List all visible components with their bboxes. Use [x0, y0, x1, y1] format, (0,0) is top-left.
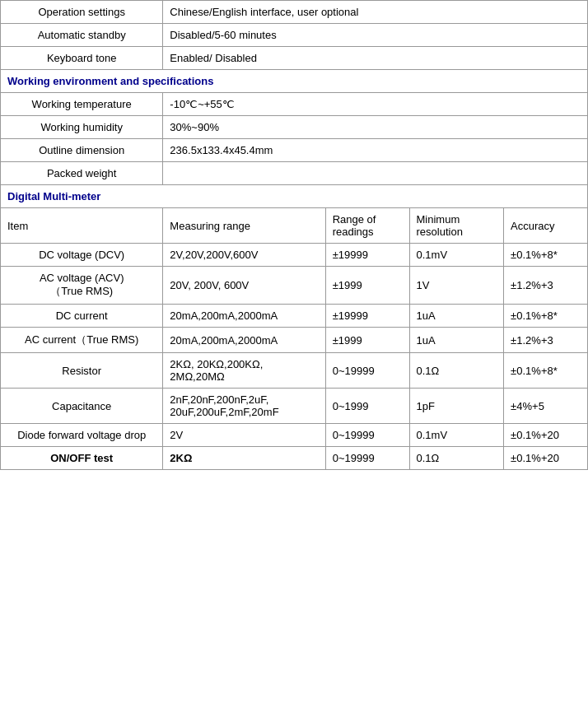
operation-settings-row: Operation settings Chinese/English inter…	[1, 1, 588, 24]
operation-settings-value: Chinese/English interface, user optional	[163, 1, 588, 24]
meter-resolution: 0.1mV	[409, 424, 504, 447]
meter-resolution: 0.1mV	[409, 244, 504, 267]
digital-multimeter-header-row: Digital Multi-meter	[1, 185, 588, 208]
meter-range: 20mA,200mA,2000mA	[163, 305, 325, 328]
meter-item: DC voltage (DCV)	[1, 244, 163, 267]
col-accuracy-header: Accuracy	[504, 208, 588, 244]
keyboard-tone-value: Enabled/ Disabled	[163, 47, 588, 70]
meter-resolution: 1uA	[409, 328, 504, 353]
working-temp-label: Working temperature	[1, 93, 163, 116]
working-env-header-row: Working environment and specifications	[1, 70, 588, 93]
meter-readings: 0~19999	[325, 353, 409, 389]
meter-item: Resistor	[1, 353, 163, 389]
col-readings-header: Range of readings	[325, 208, 409, 244]
col-resolution-header: Minimum resolution	[409, 208, 504, 244]
packed-weight-row: Packed weight	[1, 162, 588, 185]
meter-item: AC current（True RMS)	[1, 328, 163, 353]
meter-item: AC voltage (ACV) （True RMS)	[1, 267, 163, 305]
col-item-header: Item	[1, 208, 163, 244]
meter-item: Diode forward voltage drop	[1, 424, 163, 447]
meter-accuracy: ±0.1%+8*	[504, 353, 588, 389]
meter-readings: ±1999	[325, 328, 409, 353]
meter-accuracy: ±1.2%+3	[504, 267, 588, 305]
meter-readings: 0~19999	[325, 447, 409, 470]
operation-settings-label: Operation settings	[1, 1, 163, 24]
packed-weight-value	[163, 162, 588, 185]
meter-accuracy: ±1.2%+3	[504, 328, 588, 353]
meter-range: 2KΩ	[163, 447, 325, 470]
meter-accuracy: ±4%+5	[504, 389, 588, 424]
meter-row: Diode forward voltage drop2V0~199990.1mV…	[1, 424, 588, 447]
keyboard-tone-row: Keyboard tone Enabled/ Disabled	[1, 47, 588, 70]
meter-row: Capacitance2nF,20nF,200nF,2uF, 20uF,200u…	[1, 389, 588, 424]
outline-dim-value: 236.5x133.4x45.4mm	[163, 139, 588, 162]
working-humidity-value: 30%~90%	[163, 116, 588, 139]
working-humidity-label: Working humidity	[1, 116, 163, 139]
meter-range: 2V	[163, 424, 325, 447]
auto-standby-value: Disabled/5-60 minutes	[163, 24, 588, 47]
meter-resolution: 1uA	[409, 305, 504, 328]
meter-accuracy: ±0.1%+20	[504, 424, 588, 447]
meter-item: Capacitance	[1, 389, 163, 424]
meter-range: 20V, 200V, 600V	[163, 267, 325, 305]
working-env-header: Working environment and specifications	[1, 70, 588, 93]
specs-table: Operation settings Chinese/English inter…	[0, 0, 588, 470]
meter-range: 2nF,20nF,200nF,2uF, 20uF,200uF,2mF,20mF	[163, 389, 325, 424]
working-temp-value: -10℃~+55℃	[163, 93, 588, 116]
meter-readings: ±19999	[325, 305, 409, 328]
outline-dim-label: Outline dimension	[1, 139, 163, 162]
meter-accuracy: ±0.1%+20	[504, 447, 588, 470]
outline-dim-row: Outline dimension 236.5x133.4x45.4mm	[1, 139, 588, 162]
auto-standby-label: Automatic standby	[1, 24, 163, 47]
working-temp-row: Working temperature -10℃~+55℃	[1, 93, 588, 116]
meter-range: 2KΩ, 20KΩ,200KΩ, 2MΩ,20MΩ	[163, 353, 325, 389]
meter-resolution: 1V	[409, 267, 504, 305]
meter-accuracy: ±0.1%+8*	[504, 244, 588, 267]
working-humidity-row: Working humidity 30%~90%	[1, 116, 588, 139]
meter-row: Resistor2KΩ, 20KΩ,200KΩ, 2MΩ,20MΩ0~19999…	[1, 353, 588, 389]
meter-item: DC current	[1, 305, 163, 328]
auto-standby-row: Automatic standby Disabled/5-60 minutes	[1, 24, 588, 47]
col-range-header: Measuring range	[163, 208, 325, 244]
meter-row: ON/OFF test2KΩ0~199990.1Ω±0.1%+20	[1, 447, 588, 470]
packed-weight-label: Packed weight	[1, 162, 163, 185]
meter-row: AC current（True RMS)20mA,200mA,2000mA±19…	[1, 328, 588, 353]
meter-accuracy: ±0.1%+8*	[504, 305, 588, 328]
meter-range: 2V,20V,200V,600V	[163, 244, 325, 267]
meter-row: DC voltage (DCV)2V,20V,200V,600V±199990.…	[1, 244, 588, 267]
meter-resolution: 0.1Ω	[409, 447, 504, 470]
meter-col-headers-row: Item Measuring range Range of readings M…	[1, 208, 588, 244]
meter-row: AC voltage (ACV) （True RMS)20V, 200V, 60…	[1, 267, 588, 305]
meter-row: DC current20mA,200mA,2000mA±199991uA±0.1…	[1, 305, 588, 328]
keyboard-tone-label: Keyboard tone	[1, 47, 163, 70]
meter-resolution: 1pF	[409, 389, 504, 424]
meter-resolution: 0.1Ω	[409, 353, 504, 389]
meter-range: 20mA,200mA,2000mA	[163, 328, 325, 353]
digital-multimeter-header: Digital Multi-meter	[1, 185, 588, 208]
meter-readings: ±19999	[325, 244, 409, 267]
meter-readings: 0~19999	[325, 424, 409, 447]
meter-item: ON/OFF test	[1, 447, 163, 470]
meter-readings: 0~1999	[325, 389, 409, 424]
meter-readings: ±1999	[325, 267, 409, 305]
